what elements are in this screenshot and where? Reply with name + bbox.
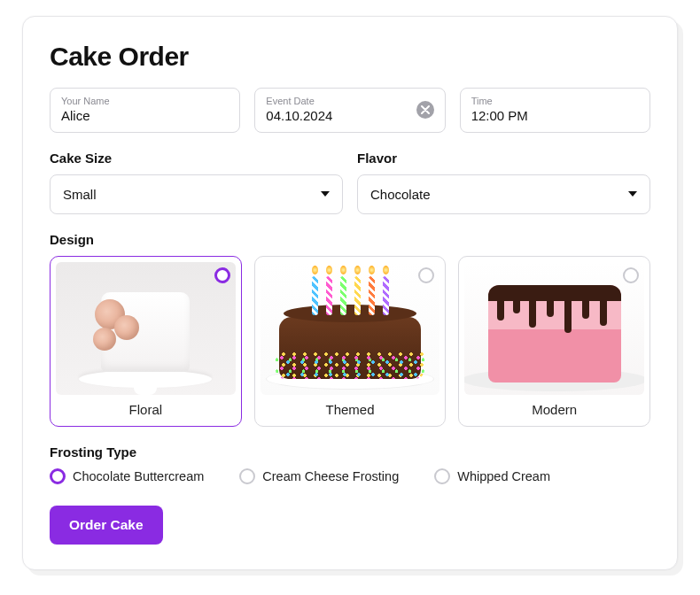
chevron-down-icon: [321, 191, 330, 197]
event-date-label: Event Date: [266, 96, 416, 107]
design-option-themed[interactable]: Themed: [254, 256, 447, 427]
frosting-option-chocolate-buttercream[interactable]: Chocolate Buttercream: [50, 468, 204, 484]
event-date-field[interactable]: Event Date 04.10.2024: [254, 88, 445, 133]
clear-date-icon[interactable]: [416, 101, 434, 119]
time-field-value: 12:00 PM: [471, 108, 639, 125]
frosting-label: Frosting Type: [50, 444, 650, 460]
frosting-option-label: Cream Cheese Frosting: [262, 469, 399, 483]
cake-size-value: Small: [63, 187, 97, 202]
cake-image-themed: [261, 262, 440, 395]
page-title: Cake Order: [50, 42, 650, 72]
radio-icon: [239, 468, 255, 484]
frosting-options: Chocolate Buttercream Cream Cheese Frost…: [50, 468, 650, 484]
flavor-select[interactable]: Chocolate: [357, 174, 650, 214]
design-label: Design: [50, 232, 650, 247]
cake-size-select[interactable]: Small: [50, 174, 343, 214]
frosting-option-label: Whipped Cream: [457, 469, 550, 483]
time-field-label: Time: [471, 96, 639, 107]
name-field-label: Your Name: [61, 96, 229, 107]
design-caption: Floral: [56, 402, 236, 417]
design-option-floral[interactable]: Floral: [50, 256, 242, 427]
design-option-modern[interactable]: Modern: [458, 256, 650, 427]
cake-image-modern: [464, 262, 644, 395]
radio-icon: [50, 468, 66, 484]
frosting-option-label: Chocolate Buttercream: [73, 469, 204, 483]
order-cake-button[interactable]: Order Cake: [50, 506, 163, 545]
frosting-option-whipped-cream[interactable]: Whipped Cream: [434, 468, 550, 484]
design-radio-icon: [214, 267, 230, 283]
radio-icon: [434, 468, 450, 484]
flavor-label: Flavor: [357, 151, 650, 166]
design-caption: Modern: [464, 402, 644, 417]
design-radio-icon: [623, 267, 639, 283]
name-field-value: Alice: [61, 108, 229, 125]
name-field[interactable]: Your Name Alice: [50, 88, 240, 133]
design-caption: Themed: [261, 402, 440, 417]
order-form-card: Cake Order Your Name Alice Event Date 04…: [22, 16, 678, 570]
frosting-option-cream-cheese[interactable]: Cream Cheese Frosting: [239, 468, 399, 484]
cake-image-floral: [56, 262, 236, 395]
time-field[interactable]: Time 12:00 PM: [460, 88, 650, 133]
chevron-down-icon: [628, 191, 637, 197]
top-fields-row: Your Name Alice Event Date 04.10.2024 Ti…: [50, 88, 650, 133]
event-date-value: 04.10.2024: [266, 108, 416, 125]
design-options: Floral Themed: [50, 256, 650, 427]
flavor-value: Chocolate: [370, 187, 431, 202]
cake-size-label: Cake Size: [50, 151, 343, 166]
